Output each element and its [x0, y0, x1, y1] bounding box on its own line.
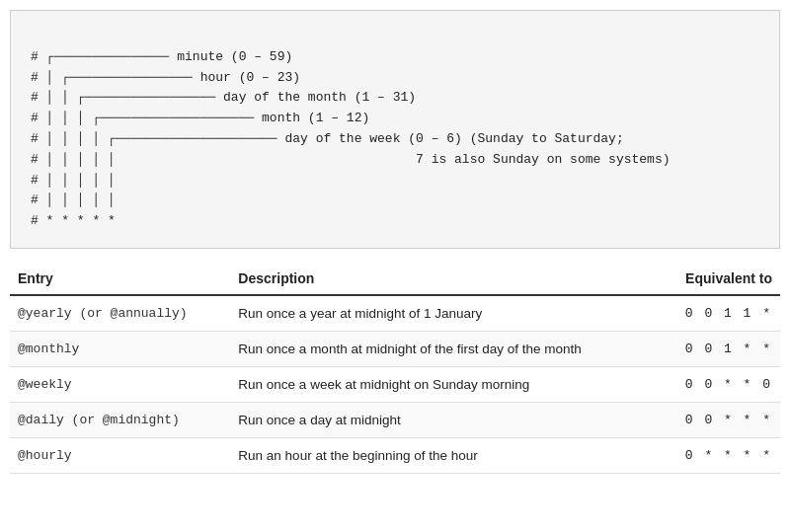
table-row: @monthlyRun once a month at midnight of … [10, 331, 780, 366]
cell-equivalent: 0 0 1 * * [658, 331, 780, 366]
cell-equivalent: 0 * * * * [658, 437, 780, 473]
cell-description: Run once a day at midnight [230, 402, 658, 437]
cell-description: Run once a year at midnight of 1 January [230, 295, 658, 332]
cell-entry: @daily (or @midnight) [10, 402, 230, 437]
cron-diagram: # ┌─────────────── minute (0 – 59) # │ ┌… [10, 10, 780, 249]
cell-equivalent: 0 0 * * 0 [658, 366, 780, 402]
cell-equivalent: 0 0 * * * [658, 402, 780, 437]
cell-description: Run once a month at midnight of the firs… [230, 331, 658, 366]
cell-entry: @weekly [10, 366, 230, 402]
cell-entry: @yearly (or @annually) [10, 295, 230, 332]
header-entry: Entry [10, 265, 230, 295]
cell-description: Run an hour at the beginning of the hour [230, 437, 658, 473]
header-description: Description [230, 265, 658, 295]
cell-entry: @hourly [10, 437, 230, 473]
table-header-row: Entry Description Equivalent to [10, 265, 780, 295]
cron-table-section: Entry Description Equivalent to @yearly … [10, 265, 780, 474]
header-equivalent: Equivalent to [658, 265, 780, 295]
cell-description: Run once a week at midnight on Sunday mo… [230, 366, 658, 402]
cell-entry: @monthly [10, 331, 230, 366]
cell-equivalent: 0 0 1 1 * [658, 295, 780, 332]
table-row: @daily (or @midnight)Run once a day at m… [10, 402, 780, 437]
table-row: @weeklyRun once a week at midnight on Su… [10, 366, 780, 402]
table-row: @hourlyRun an hour at the beginning of t… [10, 437, 780, 473]
cron-table: Entry Description Equivalent to @yearly … [10, 265, 780, 474]
table-row: @yearly (or @annually)Run once a year at… [10, 295, 780, 332]
